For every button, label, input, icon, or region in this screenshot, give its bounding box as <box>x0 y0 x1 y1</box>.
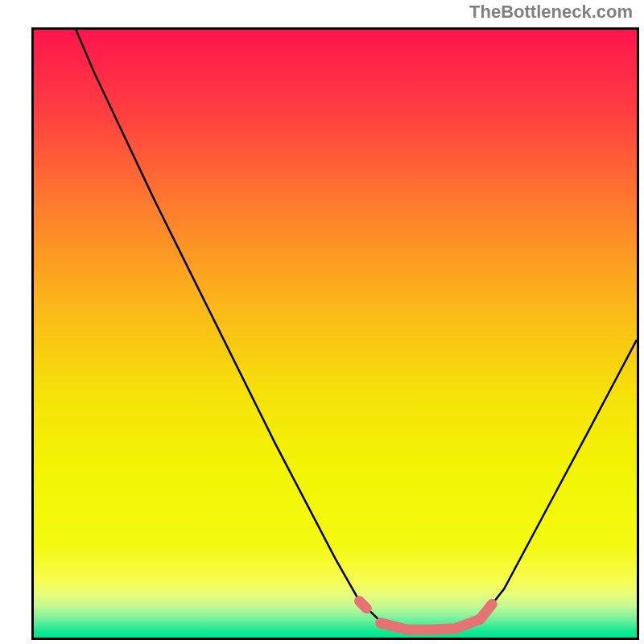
main-curve <box>76 30 637 630</box>
attribution-text: TheBottleneck.com <box>469 2 633 23</box>
highlight-segment-0 <box>360 601 367 609</box>
chart-svg <box>34 30 637 638</box>
highlight-segment-1 <box>381 605 493 630</box>
chart-frame <box>31 27 639 640</box>
